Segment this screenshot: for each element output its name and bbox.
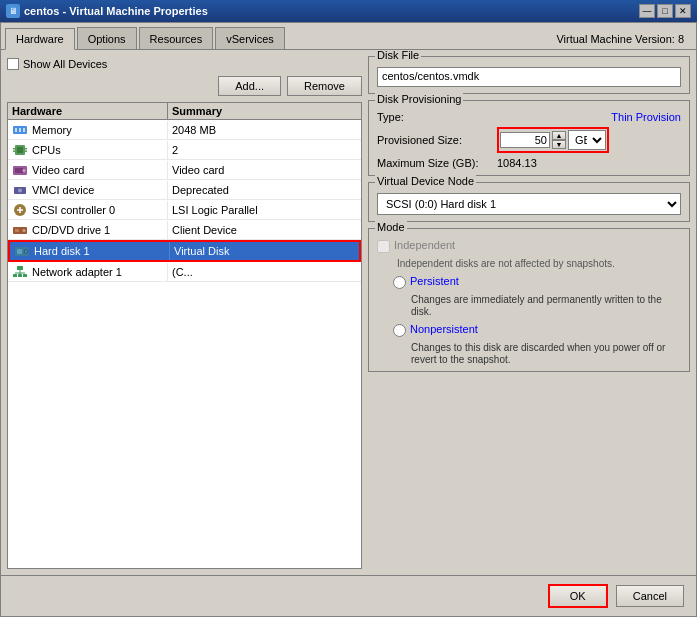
svg-rect-24 <box>13 274 17 277</box>
independent-row: Independent <box>377 239 681 253</box>
table-row[interactable]: SCSI controller 0 LSI Logic Parallel <box>8 200 361 220</box>
svg-rect-6 <box>13 148 15 150</box>
table-row[interactable]: CD/DVD drive 1 Client Device <box>8 220 361 240</box>
persistent-row: Persistent <box>393 275 681 289</box>
remove-button[interactable]: Remove <box>287 76 362 96</box>
mode-group: Mode Independent Independent disks are n… <box>368 228 690 372</box>
dialog: Hardware Options Resources vServices Vir… <box>0 22 697 617</box>
nonpersistent-radio[interactable] <box>393 324 406 337</box>
svg-rect-9 <box>25 150 27 152</box>
ok-button[interactable]: OK <box>548 584 608 608</box>
table-row[interactable]: VMCI device Deprecated <box>8 180 361 200</box>
table-row-selected[interactable]: Hard disk 1 Virtual Disk <box>8 240 361 262</box>
memory-icon <box>12 122 28 138</box>
col-summary-header: Summary <box>168 103 361 119</box>
nonpersistent-label: Nonpersistent <box>410 323 478 335</box>
nonpersistent-desc: Changes to this disk are discarded when … <box>411 342 665 365</box>
row-summary: 2048 MB <box>168 123 361 137</box>
device-name: CD/DVD drive 1 <box>32 224 110 236</box>
svg-point-12 <box>23 169 26 172</box>
independent-desc: Independent disks are not affected by sn… <box>397 258 615 269</box>
mode-title: Mode <box>375 221 407 233</box>
tab-bar: Hardware Options Resources vServices Vir… <box>1 23 696 50</box>
row-summary: Deprecated <box>168 183 361 197</box>
row-hardware: VMCI device <box>8 181 168 199</box>
tab-hardware[interactable]: Hardware <box>5 28 75 50</box>
window-controls[interactable]: — □ ✕ <box>639 4 691 18</box>
persistent-radio[interactable] <box>393 276 406 289</box>
spin-up-button[interactable]: ▲ <box>552 131 566 140</box>
show-all-checkbox[interactable] <box>7 58 19 70</box>
tab-vservices[interactable]: vServices <box>215 27 285 49</box>
tab-resources[interactable]: Resources <box>139 27 214 49</box>
disk-provisioning-title: Disk Provisioning <box>375 93 463 105</box>
content-area: Show All Devices Add... Remove Hardware … <box>1 50 696 575</box>
type-value: Thin Provision <box>497 111 681 123</box>
unit-select[interactable]: GB MB <box>568 130 606 150</box>
vd-node-select[interactable]: SCSI (0:0) Hard disk 1 <box>377 193 681 215</box>
left-panel: Show All Devices Add... Remove Hardware … <box>7 56 362 569</box>
spin-buttons: ▲ ▼ <box>552 131 566 149</box>
table-row[interactable]: CPUs 2 <box>8 140 361 160</box>
disk-file-value: centos/centos.vmdk <box>377 67 681 87</box>
max-size-label: Maximum Size (GB): <box>377 157 497 169</box>
device-name: Hard disk 1 <box>34 245 90 257</box>
svg-rect-3 <box>23 128 25 132</box>
persistent-desc: Changes are immediately and permanently … <box>411 294 662 317</box>
row-hardware: Network adapter 1 <box>8 263 168 281</box>
max-size-value: 1084.13 <box>497 157 537 169</box>
maximize-button[interactable]: □ <box>657 4 673 18</box>
device-name: Network adapter 1 <box>32 266 122 278</box>
minimize-button[interactable]: — <box>639 4 655 18</box>
cpu-icon <box>12 142 28 158</box>
svg-rect-11 <box>15 168 23 173</box>
cancel-button[interactable]: Cancel <box>616 585 684 607</box>
show-all-label: Show All Devices <box>23 58 107 70</box>
table-row[interactable]: Video card Video card <box>8 160 361 180</box>
video-icon <box>12 162 28 178</box>
row-hardware: SCSI controller 0 <box>8 201 168 219</box>
title-bar-left: 🖥 centos - Virtual Machine Properties <box>6 4 208 18</box>
table-row[interactable]: Memory 2048 MB <box>8 120 361 140</box>
hdd-icon <box>14 243 30 259</box>
prov-size-label: Provisioned Size: <box>377 134 497 146</box>
device-name: Memory <box>32 124 72 136</box>
vmci-icon <box>12 182 28 198</box>
svg-rect-23 <box>17 266 23 270</box>
row-hardware: CPUs <box>8 141 168 159</box>
bottom-bar: OK Cancel <box>1 575 696 616</box>
table-header: Hardware Summary <box>8 103 361 120</box>
device-name: SCSI controller 0 <box>32 204 115 216</box>
disk-file-title: Disk File <box>375 50 421 61</box>
close-button[interactable]: ✕ <box>675 4 691 18</box>
independent-checkbox[interactable] <box>377 240 390 253</box>
vd-node-title: Virtual Device Node <box>375 175 476 187</box>
col-hardware-header: Hardware <box>8 103 168 119</box>
cddvd-icon <box>12 222 28 238</box>
svg-rect-20 <box>17 249 22 254</box>
svg-rect-7 <box>13 150 15 152</box>
spin-down-button[interactable]: ▼ <box>552 140 566 149</box>
prov-size-input[interactable] <box>500 132 550 148</box>
svg-rect-17 <box>15 229 19 232</box>
add-button[interactable]: Add... <box>218 76 281 96</box>
tab-options[interactable]: Options <box>77 27 137 49</box>
scsi-icon <box>12 202 28 218</box>
disk-file-group: Disk File centos/centos.vmdk <box>368 56 690 94</box>
network-icon <box>12 264 28 280</box>
disk-provisioning-group: Disk Provisioning Type: Thin Provision P… <box>368 100 690 176</box>
svg-point-18 <box>23 229 26 232</box>
show-all-row: Show All Devices <box>7 56 362 72</box>
svg-point-22 <box>25 251 27 253</box>
row-hardware: CD/DVD drive 1 <box>8 221 168 239</box>
svg-rect-5 <box>17 147 23 153</box>
table-row[interactable]: Network adapter 1 (C... <box>8 262 361 282</box>
persistent-label: Persistent <box>410 275 459 287</box>
row-summary: (C... <box>168 265 361 279</box>
row-summary: Video card <box>168 163 361 177</box>
svg-rect-2 <box>19 128 21 132</box>
row-hardware: Memory <box>8 121 168 139</box>
app-icon: 🖥 <box>6 4 20 18</box>
right-panel: Disk File centos/centos.vmdk Disk Provis… <box>368 56 690 569</box>
row-summary: 2 <box>168 143 361 157</box>
